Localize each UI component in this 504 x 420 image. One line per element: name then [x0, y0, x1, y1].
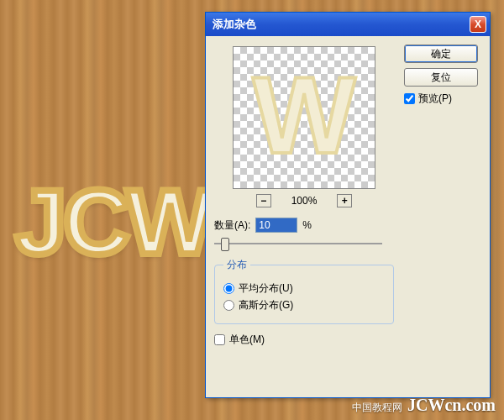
titlebar: 添加杂色 X: [206, 13, 490, 36]
amount-unit: %: [302, 219, 312, 231]
add-noise-dialog: 添加杂色 X W − 100% + 数量(A): %: [205, 12, 491, 398]
reset-button[interactable]: 复位: [404, 68, 478, 87]
close-button[interactable]: X: [470, 16, 486, 33]
watermark-main: JCWcn.com: [407, 396, 496, 415]
gaussian-label[interactable]: 高斯分布(G): [239, 298, 293, 312]
dialog-title: 添加杂色: [213, 17, 470, 32]
ok-button[interactable]: 确定: [404, 45, 478, 63]
preview-checkbox-label[interactable]: 预览(P): [418, 92, 452, 106]
background-text: JCW: [15, 168, 210, 275]
preview-checkbox[interactable]: [404, 93, 415, 104]
preview-canvas[interactable]: W: [233, 46, 375, 189]
zoom-in-button[interactable]: +: [337, 194, 352, 207]
distribution-legend: 分布: [223, 258, 250, 272]
amount-slider[interactable]: [214, 236, 382, 249]
watermark-small: 中国教程网: [352, 401, 402, 415]
amount-label: 数量(A):: [214, 218, 250, 233]
uniform-label[interactable]: 平均分布(U): [239, 281, 293, 296]
zoom-out-button[interactable]: −: [256, 194, 271, 207]
zoom-value: 100%: [291, 195, 318, 207]
close-icon: X: [475, 18, 481, 30]
mono-label[interactable]: 单色(M): [229, 333, 265, 347]
gaussian-radio[interactable]: [223, 300, 234, 311]
mono-checkbox[interactable]: [214, 334, 225, 345]
watermark: 中国教程网 JCWcn.com: [352, 396, 496, 415]
slider-thumb[interactable]: [221, 238, 229, 251]
uniform-radio[interactable]: [223, 283, 234, 294]
preview-letter: W: [253, 52, 356, 178]
amount-input[interactable]: [255, 218, 297, 233]
distribution-group: 分布 平均分布(U) 高斯分布(G): [214, 258, 394, 324]
